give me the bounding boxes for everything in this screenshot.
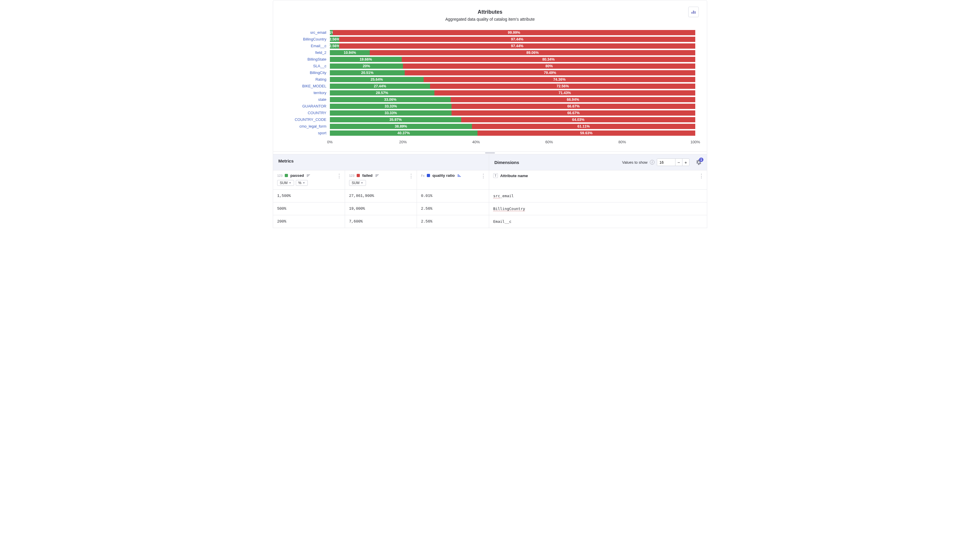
column-header-passed[interactable]: 123 passed ⋮ SUM▼ %▼ bbox=[273, 171, 345, 189]
chart-view-toggle[interactable] bbox=[688, 7, 699, 17]
bar-segment-passed: 19.66% bbox=[330, 57, 402, 62]
bar-value-label: 19.66% bbox=[360, 57, 372, 61]
panels-header: Metrics Dimensions Values to show i − + … bbox=[273, 154, 707, 171]
bar-value-label: 33.33% bbox=[385, 111, 397, 115]
svg-rect-2 bbox=[695, 11, 695, 14]
chart-title: Attributes bbox=[285, 9, 695, 15]
bar-value-label: 59.63% bbox=[580, 131, 592, 135]
chart-row-label[interactable]: BillingCity bbox=[285, 70, 330, 75]
chart-row-label[interactable]: src_email bbox=[285, 30, 330, 35]
bar-segment-failed: 71.43% bbox=[434, 90, 695, 96]
chart-bar: 35.97%64.03% bbox=[330, 117, 695, 122]
bar-segment-failed: 74.36% bbox=[424, 77, 695, 82]
cell-passed: 1,500% bbox=[273, 190, 345, 202]
column-menu[interactable]: ⋮ bbox=[481, 174, 486, 178]
chart-row-label[interactable]: territory bbox=[285, 91, 330, 95]
chart-row-label[interactable]: Rating bbox=[285, 77, 330, 81]
bar-segment-failed: 66.94% bbox=[451, 97, 695, 102]
chart-bar: 40.37%59.63% bbox=[330, 131, 695, 136]
chart-row-label[interactable]: COUNTRY_CODE bbox=[285, 117, 330, 122]
cell-attribute-name[interactable]: src_email bbox=[489, 190, 707, 202]
chart-row-label[interactable]: COUNTRY bbox=[285, 111, 330, 115]
bar-segment-passed: 35.97% bbox=[330, 117, 461, 122]
info-icon[interactable]: i bbox=[650, 160, 654, 164]
chart-row: field_210.94%89.06% bbox=[285, 49, 695, 56]
chart-row: Email__c2.56%97.44% bbox=[285, 43, 695, 49]
chart-row-label[interactable]: GUARANTOR bbox=[285, 104, 330, 109]
chart-row: territory28.57%71.43% bbox=[285, 89, 695, 96]
bar-value-label: 20.51% bbox=[361, 71, 373, 75]
aggregation-select[interactable]: SUM▼ bbox=[277, 180, 294, 186]
chart-bar: 19.66%80.34% bbox=[330, 57, 695, 62]
bar-value-label: 28.57% bbox=[376, 91, 388, 95]
chart-bar: 33.33%66.67% bbox=[330, 110, 695, 116]
legend-swatch-red bbox=[356, 174, 360, 177]
type-badge-fx: Fx bbox=[421, 174, 425, 177]
chart-row-label[interactable]: BIKE_MODEL bbox=[285, 84, 330, 88]
data-rows: 1,500%27,861,900%0.01%src_email500%19,00… bbox=[273, 190, 707, 228]
chart-bar: 38.89%61.11% bbox=[330, 124, 695, 129]
column-name: passed bbox=[290, 173, 304, 178]
bar-value-label: 72.56% bbox=[556, 84, 569, 88]
sort-asc-icon bbox=[457, 174, 462, 177]
bar-value-label: 66.67% bbox=[567, 104, 579, 109]
chart-row-label[interactable]: Email__c bbox=[285, 44, 330, 48]
chart-row-label[interactable]: field_2 bbox=[285, 50, 330, 55]
chart-bar: 20.51%79.49% bbox=[330, 70, 695, 75]
splitter-handle bbox=[485, 152, 495, 153]
chart-row-label[interactable]: cmo_legal_form bbox=[285, 124, 330, 128]
column-menu[interactable]: ⋮ bbox=[409, 174, 414, 178]
chart-row: BillingState19.66%80.34% bbox=[285, 56, 695, 62]
bar-segment-failed: 80% bbox=[403, 64, 695, 69]
bar-segment-failed: 66.67% bbox=[452, 110, 695, 116]
chart-row-label[interactable]: sport bbox=[285, 131, 330, 135]
bar-segment-failed: 61.11% bbox=[472, 124, 695, 129]
bar-value-label: 61.11% bbox=[578, 124, 590, 128]
cell-failed: 7,600% bbox=[345, 215, 417, 228]
sort-desc-icon bbox=[375, 174, 380, 177]
cell-attribute-name: Email__c bbox=[489, 215, 707, 228]
values-to-show-label: Values to show bbox=[622, 160, 648, 164]
bar-value-label: 66.94% bbox=[567, 97, 579, 102]
values-to-show-input[interactable] bbox=[657, 159, 675, 166]
stepper-decrement[interactable]: − bbox=[675, 159, 682, 166]
bar-segment-passed: 2.56% bbox=[330, 43, 339, 49]
cell-quality-ratio: 0.01% bbox=[417, 190, 489, 202]
chart-x-axis: 0%20%40%60%80%100% bbox=[330, 139, 695, 146]
aggregation-select[interactable]: SUM▼ bbox=[349, 180, 366, 186]
table-row: 500%19,000%2.56%BillingCountry bbox=[273, 203, 707, 215]
svg-rect-1 bbox=[693, 11, 694, 14]
chart-bar: 10.94%89.06% bbox=[330, 50, 695, 55]
chart-row-label[interactable]: SLA__c bbox=[285, 64, 330, 68]
bar-segment-failed: 97.44% bbox=[339, 37, 695, 42]
legend-swatch-green bbox=[285, 174, 288, 177]
panel-splitter[interactable] bbox=[273, 152, 707, 154]
bar-segment-failed: 64.03% bbox=[461, 117, 695, 122]
chart-row: COUNTRY33.33%66.67% bbox=[285, 110, 695, 116]
values-to-show-stepper[interactable]: − + bbox=[657, 158, 689, 166]
chart-bar: .1%99.99% bbox=[330, 30, 695, 35]
bar-value-label: 27.44% bbox=[374, 84, 386, 88]
bar-value-label: 25.64% bbox=[371, 77, 383, 81]
format-select[interactable]: %▼ bbox=[296, 180, 308, 186]
column-header-quality-ratio[interactable]: Fx quality ratio ⋮ bbox=[417, 171, 489, 189]
chart-row-label[interactable]: BillingState bbox=[285, 57, 330, 61]
bar-segment-passed: 28.57% bbox=[330, 90, 434, 96]
column-header-attribute-name[interactable]: T Attribute name ⋮ bbox=[489, 171, 707, 189]
chart-bar: 20%80% bbox=[330, 64, 695, 69]
cell-passed: 200% bbox=[273, 215, 345, 228]
column-menu[interactable]: ⋮ bbox=[699, 174, 704, 178]
chart-row-label[interactable]: BillingCountry bbox=[285, 37, 330, 41]
column-headers: 123 passed ⋮ SUM▼ %▼ 123 failed ⋮ SUM▼ bbox=[273, 171, 707, 190]
stepper-increment[interactable]: + bbox=[682, 159, 689, 166]
cell-attribute-name[interactable]: BillingCountry bbox=[489, 203, 707, 215]
bar-value-label: 64.03% bbox=[572, 118, 584, 122]
svg-rect-0 bbox=[692, 12, 692, 14]
cell-quality-ratio: 2.56% bbox=[417, 215, 489, 228]
chart-row-label[interactable]: state bbox=[285, 97, 330, 102]
type-badge-number: 123 bbox=[349, 174, 354, 177]
column-header-failed[interactable]: 123 failed ⋮ SUM▼ bbox=[345, 171, 417, 189]
chart-subtitle: Aggregated data quality of catalog item'… bbox=[285, 17, 695, 22]
x-axis-tick: 0% bbox=[327, 140, 333, 144]
column-menu[interactable]: ⋮ bbox=[337, 174, 342, 178]
